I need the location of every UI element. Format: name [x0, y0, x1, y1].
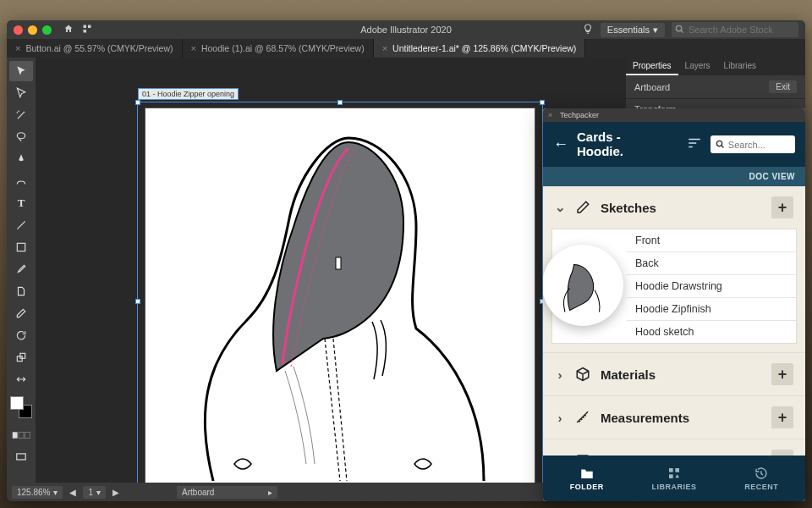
add-material-button[interactable]: +	[771, 363, 793, 385]
curvature-tool[interactable]	[9, 171, 33, 191]
shaper-tool[interactable]	[9, 281, 33, 301]
macos-menubar	[0, 0, 812, 20]
artboard-number[interactable]: 1▾	[83, 486, 106, 499]
section-measurements[interactable]: › Measurements +	[543, 396, 805, 439]
properties-section-label: Artboard	[634, 82, 670, 92]
search-icon	[716, 139, 725, 150]
paintbrush-tool[interactable]	[9, 259, 33, 279]
tab-libraries[interactable]: Libraries	[717, 58, 763, 75]
svg-rect-11	[17, 454, 26, 460]
close-icon[interactable]: ×	[548, 111, 557, 119]
list-item[interactable]: Front	[627, 229, 796, 252]
add-comment-button[interactable]: +	[771, 450, 793, 456]
rectangle-tool[interactable]	[9, 237, 33, 257]
chevron-right-icon: ›	[555, 411, 565, 425]
close-icon[interactable]: ×	[382, 43, 387, 53]
section-materials[interactable]: › Materials +	[543, 353, 805, 395]
techpacker-panel: ×Techpacker ← Cards - Hoodie. DOC VIEW ⌄…	[543, 108, 805, 501]
home-icon[interactable]	[63, 24, 74, 36]
resize-handle[interactable]	[337, 100, 343, 105]
scale-tool[interactable]	[9, 347, 33, 367]
resize-handle[interactable]	[135, 100, 140, 105]
direct-selection-tool[interactable]	[9, 83, 33, 103]
arrange-icon[interactable]	[82, 24, 92, 36]
chevron-down-icon: ⌄	[555, 200, 565, 215]
sort-icon[interactable]	[687, 137, 702, 152]
canvas[interactable]: 01 - Hoodie Zipper opening	[36, 58, 626, 483]
minimize-window[interactable]	[28, 25, 37, 35]
workspace-dropdown[interactable]: Essentials▾	[601, 23, 665, 37]
line-tool[interactable]	[9, 215, 33, 235]
list-item[interactable]: Hood sketch	[627, 321, 796, 343]
zoom-dropdown[interactable]: 125.86%▾	[12, 486, 63, 499]
magic-wand-tool[interactable]	[9, 105, 33, 125]
tab-layers[interactable]: Layers	[678, 58, 717, 75]
doc-view-button[interactable]: DOC VIEW	[543, 167, 805, 186]
panel-titlebar[interactable]: ×Techpacker	[543, 108, 805, 122]
folder-icon	[579, 467, 595, 480]
selection-tool[interactable]	[9, 61, 33, 81]
list-item[interactable]: Back	[627, 252, 796, 275]
svg-rect-5	[17, 243, 25, 251]
svg-point-4	[17, 133, 25, 139]
window-controls	[14, 25, 52, 35]
search-field[interactable]	[710, 135, 795, 153]
exit-button[interactable]: Exit	[769, 80, 797, 93]
artboard-prev[interactable]: ◀	[69, 488, 76, 497]
close-icon[interactable]: ×	[15, 43, 20, 53]
rotate-tool[interactable]	[9, 325, 33, 345]
search-icon	[675, 25, 684, 34]
width-tool[interactable]	[9, 369, 33, 389]
stock-search-input[interactable]	[672, 22, 798, 37]
add-sketch-button[interactable]: +	[771, 196, 793, 218]
close-icon[interactable]: ×	[191, 43, 196, 53]
tool-panel: T	[7, 58, 36, 483]
pen-tool[interactable]	[9, 149, 33, 169]
chevron-right-icon: ›	[555, 367, 565, 382]
svg-rect-16	[675, 468, 679, 472]
artboard-name-input[interactable]: 01 - Hoodie Zipper opening	[138, 88, 239, 100]
resize-handle[interactable]	[135, 299, 140, 304]
back-button[interactable]: ←	[553, 135, 568, 153]
svg-rect-8	[13, 432, 18, 438]
section-sketches[interactable]: ⌄ Sketches +	[543, 186, 805, 229]
lightbulb-icon[interactable]	[582, 23, 594, 36]
lasso-tool[interactable]	[9, 127, 33, 147]
file-tab[interactable]: ×Button.ai @ 55.97% (CMYK/Preview)	[7, 39, 183, 58]
cube-icon	[575, 367, 590, 382]
color-swatches[interactable]	[10, 396, 32, 418]
tab-properties[interactable]: Properties	[626, 58, 678, 75]
bottom-nav: FOLDER LIBRARIES RECENT	[543, 456, 805, 501]
list-item[interactable]: Hoodie Zipfinish	[627, 298, 796, 321]
svg-rect-15	[669, 468, 673, 472]
pencil-icon	[575, 200, 590, 215]
svg-rect-10	[25, 432, 30, 438]
nav-folder[interactable]: FOLDER	[543, 456, 630, 501]
svg-rect-2	[84, 30, 87, 33]
add-measurement-button[interactable]: +	[771, 406, 793, 428]
nav-recent[interactable]: RECENT	[718, 456, 805, 501]
draw-mode[interactable]	[9, 425, 33, 445]
screen-mode[interactable]	[9, 447, 33, 467]
fill-swatch[interactable]	[10, 396, 24, 410]
section-pp-comments[interactable]: › PP comments +	[543, 439, 805, 456]
file-tab[interactable]: ×Hoodie (1).ai @ 68.57% (CMYK/Preview)	[183, 39, 374, 58]
document-tabs: ×Button.ai @ 55.97% (CMYK/Preview) ×Hood…	[7, 39, 805, 58]
search-input[interactable]	[728, 140, 790, 150]
list-item[interactable]: Hoodie Drawstring	[627, 275, 796, 298]
svg-rect-1	[88, 25, 91, 29]
artboard-next[interactable]: ▶	[112, 488, 119, 497]
selection-bounds[interactable]: 01 - Hoodie Zipper opening	[137, 102, 543, 483]
close-window[interactable]	[14, 25, 23, 35]
file-tab[interactable]: ×Untitlederer-1.ai* @ 125.86% (CMYK/Prev…	[374, 39, 586, 58]
resize-handle[interactable]	[540, 100, 545, 105]
drag-preview-thumb[interactable]	[543, 245, 623, 326]
artboard-nav-dropdown[interactable]: Artboard▸	[177, 486, 277, 499]
titlebar: Adobe Illustrator 2020 Essentials▾	[7, 20, 805, 39]
zoom-window[interactable]	[42, 25, 52, 35]
type-tool[interactable]: T	[9, 193, 33, 213]
panel-title: Cards - Hoodie.	[577, 130, 678, 158]
nav-libraries[interactable]: LIBRARIES	[630, 456, 717, 501]
eraser-tool[interactable]	[9, 303, 33, 323]
history-icon	[754, 467, 769, 480]
